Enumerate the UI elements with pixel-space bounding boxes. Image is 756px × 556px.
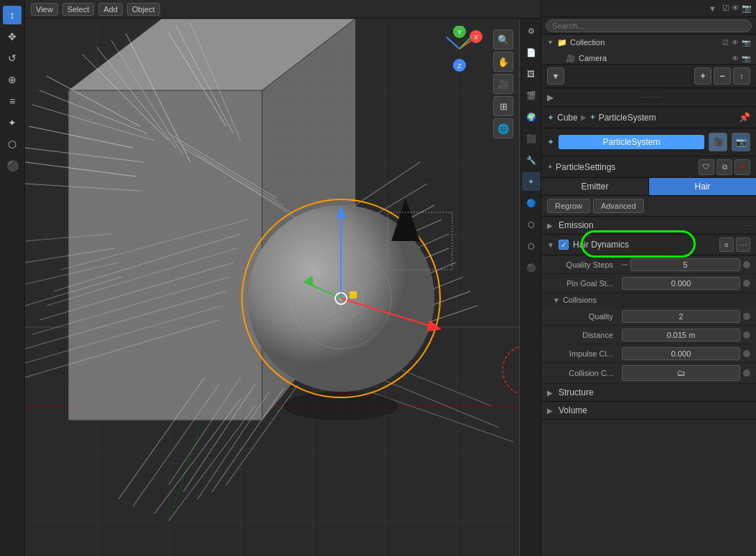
impulse-value[interactable]: 0.000 xyxy=(622,347,740,360)
zoom-in-btn[interactable]: 🔍 xyxy=(493,29,513,50)
tab-hair[interactable]: Hair xyxy=(649,178,756,195)
distance-dot[interactable] xyxy=(743,331,750,339)
quality-steps-dot[interactable] xyxy=(743,261,750,268)
tool-cursor[interactable]: ✥ xyxy=(3,27,22,46)
pin-icon[interactable]: 📌 xyxy=(739,112,750,123)
modifier-icon[interactable]: 🔧 xyxy=(522,151,541,169)
object-menu-btn[interactable]: Object xyxy=(127,3,160,16)
distance-value[interactable]: 0.015 m xyxy=(622,329,740,341)
section-volume-header[interactable]: ▶ Volume xyxy=(541,402,756,419)
tool-annotate[interactable]: ✦ xyxy=(3,113,22,132)
pin-goal-value[interactable]: 0.000 xyxy=(622,277,740,290)
breadcrumb-object[interactable]: Cube xyxy=(557,113,578,123)
svg-line-86 xyxy=(447,37,459,49)
particle-settings-header: ✦ ParticleSettings 🛡 ⧉ ✕ xyxy=(541,156,756,178)
emission-dots: ⋯ xyxy=(743,222,750,230)
emission-arrow: ▶ xyxy=(547,222,556,230)
prop-header: ▼ + − ↕ xyxy=(541,65,756,88)
camera-view-btn[interactable]: 🎥 xyxy=(493,74,513,94)
svg-text:Y: Y xyxy=(457,29,462,36)
breadcrumb-system[interactable]: ParticleSystem xyxy=(599,113,656,123)
breadcrumb-sep: ▶ xyxy=(581,113,587,121)
select-menu-btn[interactable]: Select xyxy=(62,3,95,16)
tool-move[interactable]: ↕ xyxy=(3,6,22,24)
hair-dynamics-label: Hair Dynamics xyxy=(573,240,715,250)
impulse-dot[interactable] xyxy=(743,350,750,357)
prop-view-btn[interactable]: ▼ xyxy=(547,67,564,85)
outliner-checkbox1[interactable]: ☑ xyxy=(722,4,729,13)
outliner-render-icon[interactable]: 📷 xyxy=(742,4,752,13)
prop-minus-btn[interactable]: − xyxy=(714,67,731,85)
tool-measure[interactable]: ⬡ xyxy=(3,135,22,154)
hand-btn[interactable]: ✋ xyxy=(493,52,513,72)
ps-settings-close[interactable]: ✕ xyxy=(734,159,750,175)
axis-widget[interactable]: X Y Z xyxy=(437,26,483,72)
collisions-title: Collisions xyxy=(563,296,597,304)
grid-view-btn[interactable]: ⊞ xyxy=(493,96,513,116)
properties-icon[interactable]: ⚙ xyxy=(522,22,541,40)
hair-dynamics-checkbox[interactable]: ✓ xyxy=(559,240,569,250)
right-overlay-tools: ⚙ 📄 🖼 🎬 🌍 ⬛ 🔧 ✦ 🔵 ⬡ ⬡ ⚫ xyxy=(521,19,541,556)
outliner-eye-icon[interactable]: 👁 xyxy=(732,4,739,13)
breadcrumb-particle-icon: ✦ xyxy=(547,113,554,123)
collision-collection-value[interactable]: 🗂 xyxy=(622,365,740,381)
scene-icon[interactable]: 🎬 xyxy=(522,86,541,105)
collection-expand[interactable]: ▼ xyxy=(547,39,554,46)
camera-render[interactable]: 📷 xyxy=(742,55,750,62)
viewport-header: View Select Add Object xyxy=(25,0,541,19)
data-icon[interactable]: ⬡ xyxy=(522,237,541,255)
section-emission-header[interactable]: ▶ Emission ⋯ xyxy=(541,217,756,234)
collisions-header[interactable]: ▼ Collisions xyxy=(541,293,756,307)
breadcrumb: ✦ Cube ▶ ✦ ParticleSystem 📌 xyxy=(541,107,756,128)
pin-goal-dot[interactable] xyxy=(743,280,750,287)
collision-collection-dot[interactable] xyxy=(743,369,750,377)
camera-eye[interactable]: 👁 xyxy=(732,55,739,62)
section-structure-header[interactable]: ▶ Structure xyxy=(541,384,756,401)
subtab-regrow[interactable]: Regrow xyxy=(547,199,590,213)
outliner-search-bar xyxy=(541,17,756,34)
outliner-item-collection[interactable]: ▼ 📁 Collection ☑ 👁 📷 xyxy=(541,34,756,50)
hd-expand-arrow: ▼ xyxy=(547,241,554,249)
tabs-row: Emitter Hair xyxy=(541,178,756,196)
svg-line-83 xyxy=(459,36,472,49)
prop-expand-btn[interactable]: ↕ xyxy=(733,67,750,85)
collection-eye[interactable]: 👁 xyxy=(732,39,739,47)
outliner-item-camera[interactable]: 🎥 Camera 👁 📷 xyxy=(541,50,756,65)
physics-icon[interactable]: 🔵 xyxy=(522,194,541,212)
tool-transform[interactable]: ≡ xyxy=(3,92,22,110)
section-structure: ▶ Structure xyxy=(541,384,756,402)
world-btn[interactable]: 🌐 xyxy=(493,118,513,138)
outliner-filter-icon[interactable]: ▼ xyxy=(709,4,717,13)
particles-icon[interactable]: ✦ xyxy=(522,172,541,191)
tool-scale[interactable]: ⊕ xyxy=(3,70,22,89)
tool-rotate[interactable]: ↺ xyxy=(3,49,22,67)
tab-emitter[interactable]: Emitter xyxy=(541,178,649,195)
ps-camera-btn[interactable]: 🎥 xyxy=(709,133,727,151)
subtab-advanced[interactable]: Advanced xyxy=(593,199,644,213)
ps-name-btn[interactable]: ParticleSystem xyxy=(559,135,704,149)
view-layer-icon[interactable]: 🖼 xyxy=(522,65,541,83)
quality-steps-value[interactable]: 5 xyxy=(630,258,740,271)
collection-check[interactable]: ☑ xyxy=(722,39,729,47)
constraints-icon[interactable]: ⬡ xyxy=(522,215,541,234)
add-menu-btn[interactable]: Add xyxy=(98,3,123,16)
ps-settings-name[interactable]: ParticleSettings xyxy=(556,162,696,172)
collection-render[interactable]: 📷 xyxy=(742,39,750,47)
ps-settings-copy[interactable]: ⧉ xyxy=(717,159,732,175)
outliner-search-input[interactable] xyxy=(546,19,752,32)
prop-plus-btn[interactable]: + xyxy=(694,67,711,85)
object-icon[interactable]: ⬛ xyxy=(522,129,541,148)
tool-add[interactable]: ⚫ xyxy=(3,156,22,175)
hd-list-btn[interactable]: ≡ xyxy=(719,237,734,252)
output-icon[interactable]: 📄 xyxy=(522,43,541,62)
collision-quality-value[interactable]: 2 xyxy=(622,310,740,323)
viewport-nav-buttons: 🔍 ✋ 🎥 ⊞ 🌐 xyxy=(493,29,513,138)
world-icon[interactable]: 🌍 xyxy=(522,108,541,126)
material-icon[interactable]: ⚫ xyxy=(522,258,541,277)
ps-settings-shield[interactable]: 🛡 xyxy=(699,159,714,175)
hd-dots-btn[interactable]: ⋯ xyxy=(736,237,750,252)
collision-quality-dot[interactable] xyxy=(743,313,750,320)
ps-render-btn[interactable]: 📷 xyxy=(732,133,750,151)
view-menu-btn[interactable]: View xyxy=(31,3,58,16)
play-btn[interactable]: ▶ xyxy=(547,93,554,103)
